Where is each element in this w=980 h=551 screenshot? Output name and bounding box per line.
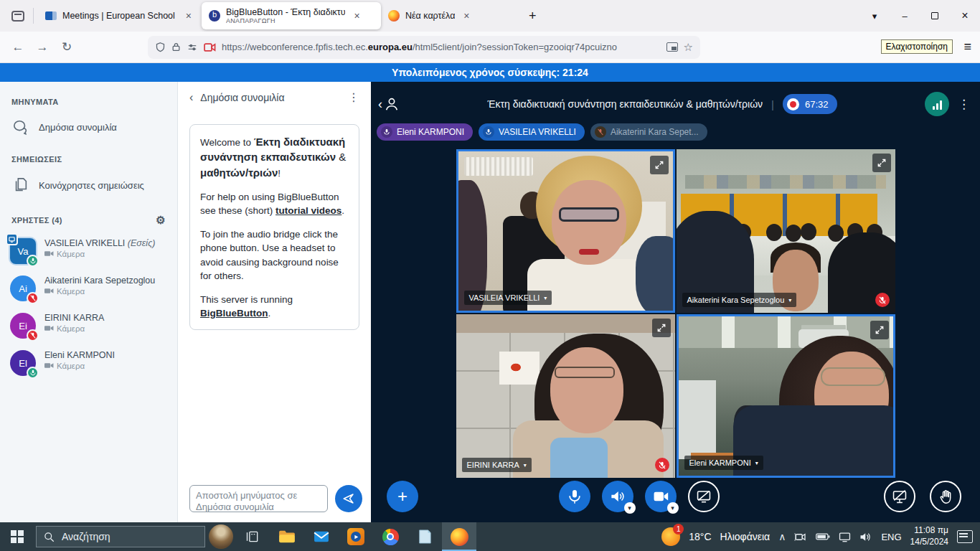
send-message-button[interactable] <box>335 485 362 512</box>
task-view-button[interactable] <box>235 522 270 551</box>
reload-button[interactable]: ↻ <box>55 39 79 55</box>
search-placeholder: Αναζήτηση <box>62 531 110 542</box>
video-name-label[interactable]: VASILEIA VRIKELLI▾ <box>464 291 552 305</box>
user-row-vasileia[interactable]: Va VASILEIA VRIKELLI (Εσείς) Κάμερα <box>0 232 177 270</box>
video-tile-aikaterini[interactable]: Aikaterini Kara Sepetzoglou▾ <box>677 149 895 313</box>
url-bar[interactable]: https://webconference.fpfis.tech.ec.euro… <box>148 36 700 59</box>
start-button[interactable] <box>0 522 34 551</box>
permissions-icon[interactable] <box>187 42 198 52</box>
user-row-aikaterini[interactable]: Ai Aikaterini Kara Sepetzoglou Κάμερα <box>0 270 177 307</box>
recording-timer-button[interactable]: 67:32 <box>783 94 837 114</box>
user-row-eirini[interactable]: Ei EIRINI KARRA Κάμερα <box>0 307 177 344</box>
sidebar-item-label: Δημόσια συνομιλία <box>39 122 117 133</box>
language-indicator[interactable]: ENG <box>881 532 901 542</box>
bigbluebutton-app: ΜΗΝΥΜΑΤΑ Δημόσια συνομιλία ΣΗΜΕΙΩΣΕΙΣ Κο… <box>0 82 980 522</box>
video-tile-vasileia[interactable]: VASILEIA VRIKELLI▾ <box>456 149 675 313</box>
weather-icon[interactable]: 1 <box>661 527 680 546</box>
maximize-window-button[interactable] <box>920 0 950 32</box>
widget-image <box>209 524 233 549</box>
user-row-eleni[interactable]: El Eleni KARMPONI Κάμερα <box>0 344 177 382</box>
new-tab-button[interactable]: + <box>522 9 544 24</box>
mail-button[interactable] <box>304 522 339 551</box>
video-name-label[interactable]: EIRINI KARRA▾ <box>462 458 532 472</box>
menu-hamburger-icon[interactable]: ≡ <box>963 39 971 55</box>
video-name-label[interactable]: Eleni KARMPONI▾ <box>684 456 763 470</box>
fullscreen-icon[interactable] <box>872 154 891 172</box>
tutorial-videos-link[interactable]: tutorial videos <box>275 205 341 216</box>
fullscreen-icon[interactable] <box>652 319 671 337</box>
talking-pill-aikaterini[interactable]: Aikaterini Kara Sepet... <box>590 123 707 141</box>
close-tab-icon[interactable]: × <box>461 9 472 23</box>
sidebar-item-shared-notes[interactable]: Κοινόχρηστες σημειώσεις <box>0 169 177 201</box>
actions-plus-button[interactable]: + <box>387 481 418 512</box>
list-tabs-icon[interactable]: ▾ <box>859 0 890 32</box>
tab-playing-label[interactable]: ΑΝΑΠΑΡΑΓΩΓΗ <box>226 17 345 24</box>
webcam-options-caret-icon[interactable]: ▾ <box>667 502 679 514</box>
talking-pill-eleni[interactable]: Eleni KARMPONI <box>377 123 473 141</box>
sidebar-item-public-chat[interactable]: Δημόσια συνομιλία <box>0 112 177 142</box>
webcam-button[interactable]: ▾ <box>645 481 677 512</box>
toggle-userlist-button[interactable]: ‹ <box>378 96 400 112</box>
url-text[interactable]: https://webconference.fpfis.tech.ec.euro… <box>222 42 661 52</box>
bigbluebutton-favicon <box>209 10 220 22</box>
mail-icon <box>314 530 329 543</box>
close-tab-icon[interactable]: × <box>351 9 362 23</box>
tray-chevron-up-icon[interactable]: ∧ <box>778 531 786 542</box>
tab-new[interactable]: Νέα καρτέλα × <box>381 4 522 28</box>
connection-status-button[interactable] <box>925 92 949 116</box>
close-window-button[interactable]: × <box>950 0 980 32</box>
minimize-presentation-button[interactable] <box>884 481 915 512</box>
video-tile-eleni[interactable]: Eleni KARMPONI▾ <box>677 314 895 478</box>
chat-message-input[interactable] <box>189 485 328 512</box>
taskbar-search-box[interactable]: Αναζήτηση <box>36 526 205 547</box>
weather-temp[interactable]: 18°C <box>689 531 711 542</box>
shared-notes-icon <box>11 176 30 194</box>
firefox-view-icon[interactable] <box>7 6 29 25</box>
weather-condition[interactable]: Ηλιοφάνεια <box>720 531 771 542</box>
media-player-button[interactable] <box>339 522 373 551</box>
lock-icon[interactable] <box>171 42 181 52</box>
windows-taskbar: Αναζήτηση 1 18°C Ηλιοφάνεια ∧ <box>0 522 980 551</box>
avatar: Ei <box>10 313 36 339</box>
tray-camera-icon[interactable] <box>794 532 807 542</box>
screen-share-button[interactable] <box>688 481 720 512</box>
back-button[interactable]: ← <box>6 40 30 55</box>
chrome-button[interactable] <box>373 522 407 551</box>
fullscreen-icon[interactable] <box>650 156 669 174</box>
close-tab-icon[interactable]: × <box>183 9 194 23</box>
avatar: Ai <box>10 276 36 301</box>
webcam-video <box>677 149 895 313</box>
users-settings-gear-icon[interactable]: ⚙ <box>156 214 166 227</box>
fullscreen-icon[interactable] <box>870 321 889 339</box>
picture-in-picture-icon[interactable] <box>666 42 678 52</box>
bigbluebutton-link[interactable]: BigBlueButton <box>200 308 268 319</box>
widgets-button[interactable] <box>207 522 235 551</box>
tray-battery-icon[interactable] <box>816 532 830 541</box>
options-kebab-icon[interactable]: ⋮ <box>958 97 970 112</box>
notification-center-icon[interactable] <box>957 530 973 543</box>
firefox-taskbar-button[interactable] <box>442 522 476 551</box>
video-name-label[interactable]: Aikaterini Kara Sepetzoglou▾ <box>682 293 797 307</box>
audio-speaker-button[interactable]: ▾ <box>602 481 633 512</box>
mute-microphone-button[interactable] <box>559 481 590 512</box>
forward-button[interactable]: → <box>30 40 55 55</box>
minimize-window-button[interactable]: – <box>890 0 920 32</box>
audio-options-caret-icon[interactable]: ▾ <box>624 502 636 514</box>
talking-pill-vasileia[interactable]: VASILEIA VRIKELLI <box>479 123 585 141</box>
tab-bigbluebutton[interactable]: BigBlueButton - Έκτη διαδικτυ ΑΝΑΠΑΡΑΓΩΓ… <box>202 2 381 29</box>
file-explorer-button[interactable] <box>270 522 304 551</box>
clock[interactable]: 11:08 πμ 14/5/2024 <box>910 525 948 547</box>
chat-collapse-chevron-icon[interactable]: ‹ <box>189 91 193 104</box>
tray-speaker-icon[interactable] <box>859 532 872 542</box>
tab-meetings[interactable]: Meetings | European School Edu × <box>38 4 202 28</box>
shield-icon[interactable] <box>155 42 166 53</box>
camera-in-use-icon[interactable] <box>204 42 216 52</box>
chat-options-kebab-icon[interactable]: ⋮ <box>348 90 359 104</box>
european-school-favicon <box>45 11 57 20</box>
tray-network-icon[interactable] <box>839 532 851 542</box>
chat-title[interactable]: Δημόσια συνομιλία <box>200 92 284 103</box>
notepad-button[interactable] <box>407 522 442 551</box>
video-tile-eirini[interactable]: EIRINI KARRA▾ <box>456 314 675 478</box>
raise-hand-button[interactable] <box>930 481 961 512</box>
bookmark-star-icon[interactable]: ☆ <box>684 41 693 54</box>
